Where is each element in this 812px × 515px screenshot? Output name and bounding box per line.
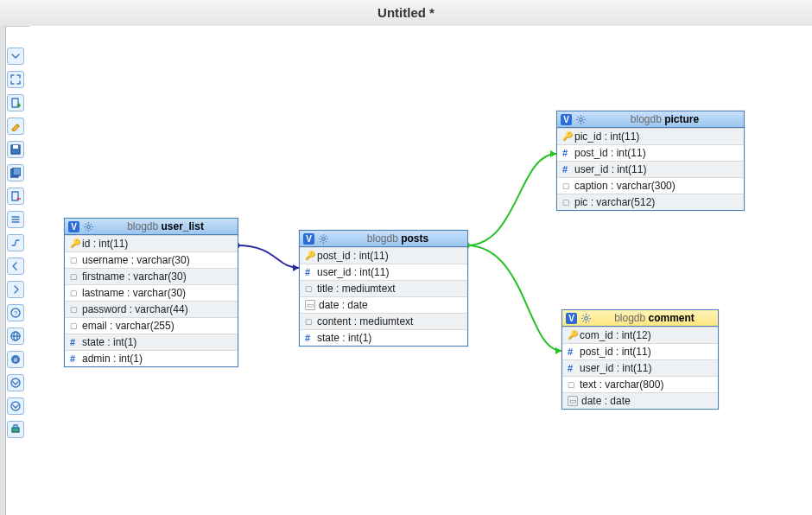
document-title: Untitled * bbox=[377, 5, 435, 20]
relationship-lines bbox=[29, 26, 812, 27]
diagram-canvas[interactable]: V blogdb user_list 🔑id : int(11)▢usernam… bbox=[29, 26, 812, 27]
title-bar: Untitled * bbox=[0, 0, 812, 27]
left-gutter bbox=[0, 26, 6, 27]
